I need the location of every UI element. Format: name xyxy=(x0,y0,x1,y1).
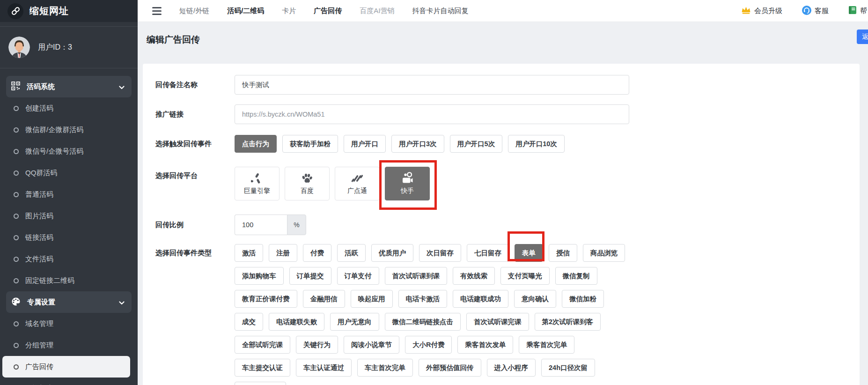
trigger-option-获客助手加粉[interactable]: 获客助手加粉 xyxy=(282,135,338,153)
sidebar-item-链接活码[interactable]: 链接活码 xyxy=(0,227,138,248)
event-option-车主认证通过[interactable]: 车主认证通过 xyxy=(296,359,352,377)
event-option-订单提交[interactable]: 订单提交 xyxy=(289,267,331,285)
trigger-option-用户开口3次[interactable]: 用户开口3次 xyxy=(391,135,444,153)
chevron-down-icon xyxy=(119,83,125,91)
event-option-微信复制[interactable]: 微信复制 xyxy=(555,267,597,285)
event-option-大小R付费[interactable]: 大小R付费 xyxy=(405,336,452,354)
trigger-option-用户开口5次[interactable]: 用户开口5次 xyxy=(450,135,503,153)
sidebar-item-创建活码[interactable]: 创建活码 xyxy=(0,97,138,119)
event-option-外部预估值回传[interactable]: 外部预估值回传 xyxy=(419,359,481,377)
sidebar-menu: 活码系统创建活码微信群/企微群活码微信号/企微号活码QQ群活码普通活码图片活码链… xyxy=(0,68,138,385)
event-option-有效线索[interactable]: 有效线索 xyxy=(453,267,495,285)
topnav-headset-item[interactable]: 客服 xyxy=(802,6,829,16)
event-option-激活[interactable]: 激活 xyxy=(235,244,263,262)
sidebar-item-固定链接二维码[interactable]: 固定链接二维码 xyxy=(0,270,138,291)
event-option-全部试听完课[interactable]: 全部试听完课 xyxy=(235,336,290,354)
event-option-乘客首次发单[interactable]: 乘客首次发单 xyxy=(457,336,513,354)
percent-addon: % xyxy=(287,215,306,235)
sidebar-item-QQ群活码[interactable]: QQ群活码 xyxy=(0,162,138,184)
event-option-关键行为[interactable]: 关键行为 xyxy=(296,336,338,354)
promo-link-input[interactable] xyxy=(235,104,629,124)
event-option-注册[interactable]: 注册 xyxy=(269,244,297,262)
sidebar-item-微信号/企微号活码[interactable]: 微信号/企微号活码 xyxy=(0,141,138,162)
remark-input[interactable] xyxy=(235,75,629,95)
event-option-车主首次完单[interactable]: 车主首次完单 xyxy=(357,359,413,377)
topnav-item[interactable]: 百度AI营销 xyxy=(360,7,394,15)
event-option-意向确认[interactable]: 意向确认 xyxy=(514,290,556,308)
event-option-优质用户[interactable]: 优质用户 xyxy=(371,244,413,262)
sidebar-group-活码系统[interactable]: 活码系统 xyxy=(6,76,132,97)
event-option-电话建联成功[interactable]: 电话建联成功 xyxy=(453,290,508,308)
event-option-微信加粉[interactable]: 微信加粉 xyxy=(562,290,604,308)
event-option-次日留存[interactable]: 次日留存 xyxy=(419,244,461,262)
event-option-用户无意向[interactable]: 用户无意向 xyxy=(330,313,379,331)
event-type-row: 添加购物车订单提交订单支付首次试听课到课有效线索支付页曝光微信复制 xyxy=(235,267,860,285)
topnav-book-item[interactable]: 帮 xyxy=(848,6,867,16)
event-option-电话建联失败[interactable]: 电话建联失败 xyxy=(269,313,324,331)
event-option-授信[interactable]: 授信 xyxy=(549,244,577,262)
event-option-支付页曝光[interactable]: 支付页曝光 xyxy=(500,267,550,285)
event-option-首次试听课到课[interactable]: 首次试听课到课 xyxy=(385,267,448,285)
sidebar-item-分组管理[interactable]: 分组管理 xyxy=(0,334,138,356)
event-option-微信二维码链接点击[interactable]: 微信二维码链接点击 xyxy=(385,313,461,331)
platform-tile-百度[interactable]: 百度 xyxy=(285,167,330,200)
headset-icon xyxy=(802,6,811,16)
platform-tile-label: 百度 xyxy=(301,187,314,195)
topnav-item[interactable]: 卡片 xyxy=(282,7,296,15)
event-option-乘客首次完单[interactable]: 乘客首次完单 xyxy=(519,336,574,354)
ratio-input[interactable] xyxy=(235,215,287,235)
event-option-教育正价课付费[interactable]: 教育正价课付费 xyxy=(235,290,297,308)
sidebar-item-微信群/企微群活码[interactable]: 微信群/企微群活码 xyxy=(0,119,138,141)
topnav-item[interactable]: 抖音卡片自动回复 xyxy=(412,7,469,15)
platform-tile-快手[interactable]: 快手 xyxy=(385,167,430,200)
topnav-item[interactable]: 广告回传 xyxy=(314,7,342,15)
platform-tile-广点通[interactable]: 广点通 xyxy=(335,167,380,200)
event-option-商品浏览[interactable]: 商品浏览 xyxy=(583,244,625,262)
back-button[interactable]: 返 xyxy=(857,30,868,44)
sidebar-item-域名管理[interactable]: 域名管理 xyxy=(0,313,138,334)
book-icon xyxy=(848,6,857,16)
topnav-right-label: 帮 xyxy=(860,7,867,15)
sidebar-item-普通活码[interactable]: 普通活码 xyxy=(0,184,138,205)
event-option-partial[interactable] xyxy=(235,382,286,385)
event-option-七日留存[interactable]: 七日留存 xyxy=(467,244,509,262)
sidebar: 用户ID：3 活码系统创建活码微信群/企微群活码微信号/企微号活码QQ群活码普通… xyxy=(0,22,138,385)
event-option-表单[interactable]: 表单 xyxy=(515,244,543,262)
event-option-24h口径次留[interactable]: 24h口径次留 xyxy=(541,359,595,377)
platform-label: 选择回传平台 xyxy=(155,167,198,185)
event-option-进入小程序[interactable]: 进入小程序 xyxy=(487,359,536,377)
platform-tile-巨量引擎[interactable]: 巨量引擎 xyxy=(235,167,280,200)
trigger-option-点击行为[interactable]: 点击行为 xyxy=(235,135,277,153)
event-option-订单支付[interactable]: 订单支付 xyxy=(337,267,379,285)
sidebar-item-留资报表[interactable]: 留资报表 xyxy=(0,378,138,385)
event-option-电话卡激活[interactable]: 电话卡激活 xyxy=(398,290,448,308)
topnav-item[interactable]: 短链/外链 xyxy=(179,7,209,15)
ratio-label: 回传比例 xyxy=(155,215,184,235)
chevron-down-icon xyxy=(119,298,125,306)
event-type-row: 教育正价课付费金融用信唤起应用电话卡激活电话建联成功意向确认微信加粉 xyxy=(235,290,860,308)
event-option-成交[interactable]: 成交 xyxy=(235,313,263,331)
platform-tile-label: 快手 xyxy=(401,187,414,195)
event-option-活跃[interactable]: 活跃 xyxy=(337,244,366,262)
event-option-付费[interactable]: 付费 xyxy=(303,244,331,262)
event-option-车主提交认证[interactable]: 车主提交认证 xyxy=(235,359,290,377)
event-option-阅读小说章节[interactable]: 阅读小说章节 xyxy=(344,336,399,354)
form-row-ratio: 回传比例 % xyxy=(143,215,860,235)
topnav-crown-item[interactable]: 会员升级 xyxy=(741,6,782,16)
event-option-唤起应用[interactable]: 唤起应用 xyxy=(351,290,393,308)
sidebar-item-图片活码[interactable]: 图片活码 xyxy=(0,205,138,227)
sidebar-item-文件活码[interactable]: 文件活码 xyxy=(0,248,138,270)
menu-icon[interactable] xyxy=(152,7,162,15)
event-option-添加购物车[interactable]: 添加购物车 xyxy=(235,267,284,285)
sidebar-group-专属设置[interactable]: 专属设置 xyxy=(6,291,132,313)
sidebar-item-label: QQ群活码 xyxy=(25,169,57,178)
event-option-金融用信[interactable]: 金融用信 xyxy=(303,290,345,308)
event-option-第2次试听课到客[interactable]: 第2次试听课到客 xyxy=(535,313,601,331)
trigger-option-用户开口[interactable]: 用户开口 xyxy=(344,135,386,153)
event-option-首次试听课完课[interactable]: 首次试听课完课 xyxy=(466,313,529,331)
sidebar-item-label: 域名管理 xyxy=(25,319,53,328)
sidebar-item-广告回传[interactable]: 广告回传 xyxy=(2,356,130,378)
topnav-item[interactable]: 活码/二维码 xyxy=(227,7,264,15)
trigger-option-用户开口10次[interactable]: 用户开口10次 xyxy=(508,135,565,153)
user-panel: 用户ID：3 xyxy=(0,26,138,68)
